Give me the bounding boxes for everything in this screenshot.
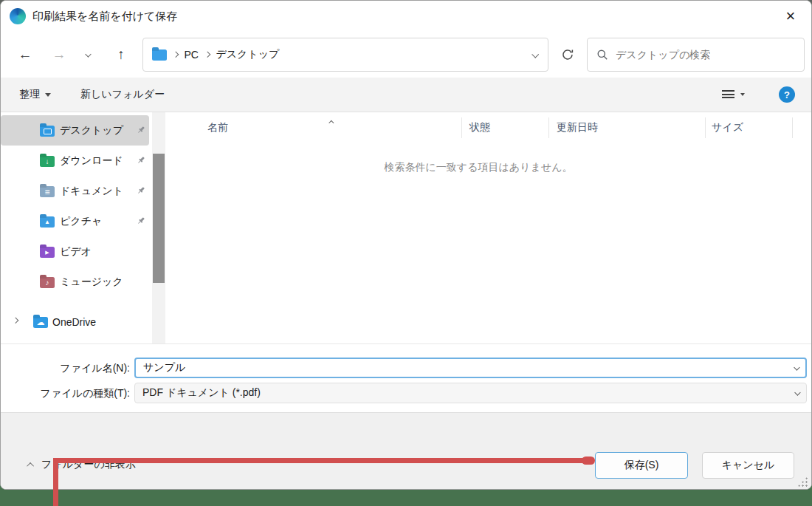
- list-header: 名前 状態 更新日時 サイズ: [165, 112, 811, 143]
- file-fields: ファイル名(N): ファイルの種類(T): PDF ドキュメント (*.pdf): [1, 344, 811, 412]
- refresh-icon[interactable]: [556, 41, 579, 69]
- sidebar-scrollbar[interactable]: [152, 112, 165, 343]
- sidebar: デスクトップ ダウンロード ドキュメント ピクチャ ビデオ: [1, 112, 152, 343]
- filetype-select[interactable]: PDF ドキュメント (*.pdf): [134, 383, 807, 403]
- back-icon[interactable]: ←: [11, 41, 39, 69]
- sidebar-item-downloads[interactable]: ダウンロード: [1, 146, 149, 176]
- title-bar: 印刷結果を名前を付けて保存 ×: [1, 1, 811, 32]
- expand-chevron-icon[interactable]: [13, 318, 18, 324]
- filename-input[interactable]: [143, 362, 794, 374]
- folder-icon: [152, 49, 167, 61]
- breadcrumb-chevron-icon: [173, 52, 179, 58]
- help-icon[interactable]: ?: [779, 86, 795, 103]
- sidebar-item-desktop[interactable]: デスクトップ: [1, 115, 149, 146]
- new-folder-label: 新しいフォルダー: [80, 88, 165, 101]
- filename-label: ファイル名(N):: [1, 358, 130, 378]
- dropdown-chevron-icon: [45, 93, 51, 97]
- breadcrumb-item-pc[interactable]: PC: [185, 49, 199, 61]
- navigation-bar: ← → ↑ PC デスクトップ: [1, 32, 811, 78]
- search-input[interactable]: [616, 49, 795, 61]
- sidebar-item-label: ドキュメント: [60, 185, 123, 198]
- column-header-size[interactable]: サイズ: [706, 112, 793, 143]
- address-dropdown-chevron-icon[interactable]: [531, 50, 539, 58]
- resize-grip[interactable]: [797, 476, 808, 487]
- list-view-icon: [722, 90, 734, 100]
- pin-icon: [136, 155, 146, 165]
- downloads-folder-icon: [40, 156, 55, 167]
- column-header-name[interactable]: 名前: [165, 112, 462, 143]
- sidebar-item-label: ビデオ: [60, 245, 92, 259]
- organize-label: 整理: [19, 88, 40, 101]
- content-area: デスクトップ ダウンロード ドキュメント ピクチャ ビデオ: [1, 112, 811, 344]
- search-box[interactable]: [587, 38, 805, 72]
- sidebar-item-label: OneDrive: [52, 316, 96, 328]
- filetype-value: PDF ドキュメント (*.pdf): [142, 386, 261, 400]
- forward-icon[interactable]: →: [45, 41, 73, 69]
- sidebar-item-label: デスクトップ: [60, 124, 123, 137]
- organize-button[interactable]: 整理: [19, 88, 51, 101]
- filename-field[interactable]: [134, 358, 807, 378]
- up-icon[interactable]: ↑: [107, 41, 135, 69]
- pin-icon: [136, 185, 146, 196]
- sidebar-item-documents[interactable]: ドキュメント: [1, 176, 149, 206]
- pin-icon: [136, 125, 146, 135]
- annotation-line-vertical: [53, 458, 58, 506]
- collapse-chevron-icon: [27, 462, 34, 469]
- edge-logo-icon: [10, 8, 26, 24]
- breadcrumb-item-desktop[interactable]: デスクトップ: [216, 48, 279, 61]
- sidebar-item-videos[interactable]: ビデオ: [1, 236, 149, 267]
- sidebar-item-label: ミュージック: [60, 276, 123, 289]
- dropdown-chevron-icon: [740, 93, 745, 96]
- window-title: 印刷結果を名前を付けて保存: [32, 10, 177, 24]
- annotation-line-horizontal: [53, 458, 583, 463]
- annotation-line-tip: [582, 457, 595, 465]
- search-icon: [596, 49, 608, 61]
- footer-bar: フォルダーの非表示 保存(S) キャンセル: [1, 412, 811, 490]
- documents-folder-icon: [40, 186, 55, 197]
- empty-folder-message: 検索条件に一致する項目はありません。: [165, 161, 791, 174]
- sidebar-item-label: ピクチャ: [60, 215, 102, 228]
- sidebar-item-music[interactable]: ミュージック: [1, 267, 149, 297]
- pictures-folder-icon: [40, 216, 55, 228]
- command-toolbar: 整理 新しいフォルダー ?: [1, 78, 811, 112]
- change-view-button[interactable]: [722, 90, 745, 100]
- sidebar-item-label: ダウンロード: [60, 154, 123, 168]
- desktop-folder-icon: [40, 126, 55, 137]
- dropdown-chevron-icon[interactable]: [794, 364, 799, 370]
- onedrive-folder-icon: [33, 317, 48, 328]
- filetype-label: ファイルの種類(T):: [1, 383, 130, 403]
- column-header-status[interactable]: 状態: [462, 112, 549, 143]
- cancel-button[interactable]: キャンセル: [702, 452, 794, 479]
- save-button[interactable]: 保存(S): [595, 452, 688, 479]
- sidebar-item-onedrive[interactable]: OneDrive: [1, 307, 149, 337]
- file-list: 名前 状態 更新日時 サイズ 検索条件に一致する項目はありません。: [165, 112, 811, 343]
- sidebar-item-pictures[interactable]: ピクチャ: [1, 206, 149, 236]
- videos-folder-icon: [40, 247, 55, 258]
- breadcrumb-chevron-icon: [204, 52, 210, 58]
- pin-icon: [136, 216, 146, 226]
- dropdown-chevron-icon: [794, 389, 800, 395]
- address-bar[interactable]: PC デスクトップ: [142, 38, 548, 72]
- recent-locations-chevron-icon[interactable]: [79, 41, 97, 69]
- new-folder-button[interactable]: 新しいフォルダー: [80, 88, 165, 101]
- column-header-date-modified[interactable]: 更新日時: [549, 112, 706, 143]
- save-as-dialog: 印刷結果を名前を付けて保存 × ← → ↑ PC デスクトップ: [0, 0, 812, 490]
- music-folder-icon: [40, 277, 55, 288]
- close-icon[interactable]: ×: [774, 2, 807, 30]
- scrollbar-thumb[interactable]: [153, 154, 165, 283]
